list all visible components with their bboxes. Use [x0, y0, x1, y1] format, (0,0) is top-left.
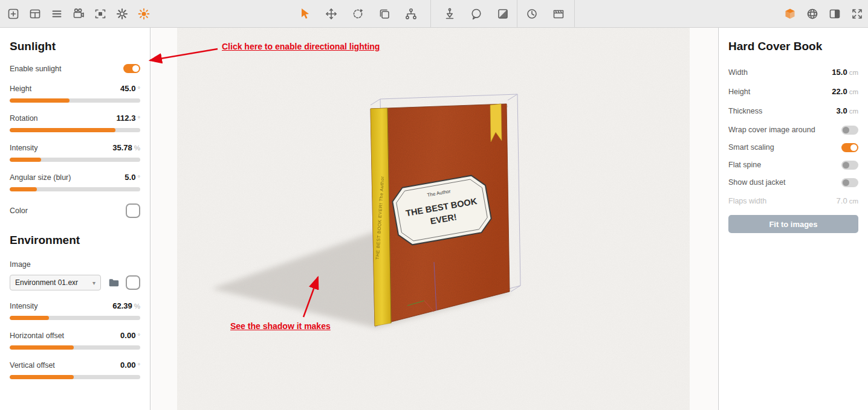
slider-fill	[10, 98, 70, 103]
height-label: Height	[10, 85, 31, 93]
focus-icon	[94, 7, 107, 21]
vertical-offset-slider[interactable]	[10, 375, 140, 379]
folder-icon	[108, 277, 120, 289]
settings-button[interactable]	[111, 0, 133, 27]
toolbar-right-group	[779, 0, 868, 27]
angular-size-param: Angular size (blur) 5.0°	[10, 173, 140, 191]
duplicate-tool-button[interactable]	[371, 0, 398, 27]
environment-image-label: Image	[10, 260, 140, 269]
fullscreen-icon	[850, 7, 864, 21]
book-panel-title: Hard Cover Book	[728, 40, 858, 53]
fit-to-images-button[interactable]: Fit to images	[728, 215, 858, 233]
book-height-value: 22.0	[832, 87, 847, 96]
horizontal-offset-unit: °	[137, 332, 140, 339]
rotate-tool-button[interactable]	[345, 0, 371, 27]
thickness-row: Thickness 3.0cm	[728, 106, 858, 115]
scene-list-button[interactable]	[46, 0, 68, 27]
viewport-canvas[interactable]: THE BEST BOOK EVER! The Author The Autho…	[151, 28, 717, 410]
scene-list-icon	[50, 7, 63, 21]
height-slider[interactable]	[10, 98, 140, 103]
enable-lighting-annotation: Click here to enable directional lightin…	[222, 42, 380, 51]
sunlight-panel-button[interactable]	[133, 0, 155, 27]
toolbar-separator	[517, 0, 517, 27]
slider-fill	[10, 158, 41, 162]
slider-fill	[10, 375, 74, 379]
wrap-cover-label: Wrap cover image around	[728, 126, 815, 134]
add-object-button[interactable]	[2, 0, 24, 27]
slider-fill	[10, 128, 115, 132]
angular-size-value: 5.0	[125, 173, 135, 182]
camera-button[interactable]	[68, 0, 89, 27]
env-intensity-param: Intensity 62.39%	[10, 301, 140, 320]
rotation-label: Rotation	[10, 114, 38, 123]
toolbar	[0, 0, 868, 28]
flaps-width-row: Flaps width 7.0cm	[728, 196, 858, 205]
book-height-label: Height	[728, 88, 750, 96]
horizontal-offset-label: Horizontal offset	[10, 332, 64, 340]
split-view-button[interactable]	[823, 0, 846, 27]
height-unit: °	[137, 85, 140, 92]
rotation-unit: °	[137, 115, 140, 122]
dust-jacket-toggle[interactable]	[841, 178, 858, 187]
smart-scaling-row: Smart scaling	[728, 143, 858, 152]
sun-intensity-slider[interactable]	[10, 158, 140, 162]
toolbar-tools-group	[291, 0, 424, 27]
materials-button[interactable]	[490, 0, 516, 27]
vertical-offset-param: Vertical offset 0.00°	[10, 360, 140, 379]
focus-button[interactable]	[89, 0, 111, 27]
flaps-width-label: Flaps width	[728, 197, 766, 205]
materials-icon	[496, 7, 510, 21]
flat-spine-toggle[interactable]	[841, 161, 858, 170]
thickness-value: 3.0	[837, 106, 847, 115]
sunlight-title: Sunlight	[10, 40, 140, 53]
enable-sunlight-row: Enable sunlight	[10, 64, 140, 73]
env-intensity-slider[interactable]	[10, 316, 140, 320]
animation-button[interactable]	[545, 0, 572, 27]
add-icon	[7, 7, 20, 21]
physics-button[interactable]	[436, 0, 463, 27]
layout-button[interactable]	[24, 0, 46, 27]
snapshot-button[interactable]	[519, 0, 545, 27]
width-label: Width	[728, 68, 748, 77]
height-value: 45.0	[120, 84, 135, 93]
environment-sphere-icon	[806, 7, 819, 21]
angular-size-label: Angular size (blur)	[10, 173, 71, 182]
move-tool-button[interactable]	[318, 0, 345, 27]
sunlight-panel: Sunlight Enable sunlight Height 45.0° Ro…	[0, 28, 151, 410]
smart-scaling-toggle[interactable]	[841, 143, 858, 152]
split-view-icon	[828, 7, 841, 21]
settings-gear-icon	[115, 7, 129, 21]
environment-color-swatch[interactable]	[126, 275, 140, 290]
slider-fill	[10, 345, 74, 350]
enable-sunlight-toggle[interactable]	[123, 64, 140, 73]
rotation-slider[interactable]	[10, 128, 140, 132]
sun-intensity-value: 35.78	[112, 143, 132, 152]
sun-color-swatch[interactable]	[126, 203, 140, 218]
shadow-annotation: See the shadow it makes	[230, 321, 331, 331]
browse-environment-button[interactable]	[105, 275, 121, 290]
height-row: Height 22.0cm	[728, 87, 858, 96]
fullscreen-button[interactable]	[846, 0, 868, 27]
angular-size-slider[interactable]	[10, 187, 140, 191]
environment-image-value: Environment 01.exr	[15, 278, 78, 287]
flat-spine-label: Flat spine	[728, 161, 761, 169]
hierarchy-tool-button[interactable]	[398, 0, 424, 27]
shapes-panel-button[interactable]	[779, 0, 801, 27]
environment-panel-button[interactable]	[801, 0, 823, 27]
environment-image-row: Environment 01.exr ▾	[10, 275, 140, 290]
hierarchy-icon	[404, 7, 418, 21]
toggle-knob	[843, 162, 849, 168]
env-intensity-label: Intensity	[10, 302, 38, 310]
physics-gravity-icon	[443, 7, 456, 21]
sun-color-row: Color	[10, 203, 140, 218]
horizontal-offset-slider[interactable]	[10, 345, 140, 350]
wrap-cover-toggle[interactable]	[841, 126, 858, 135]
shapes-box-icon	[783, 7, 797, 21]
comment-button[interactable]	[463, 0, 490, 27]
sun-intensity-unit: %	[134, 144, 140, 152]
select-tool-button[interactable]	[291, 0, 318, 27]
environment-image-select[interactable]: Environment 01.exr ▾	[10, 275, 101, 290]
move-icon	[325, 7, 338, 21]
book-properties-panel: Hard Cover Book Width 15.0cm Height 22.0…	[718, 28, 868, 410]
comment-icon	[470, 7, 483, 21]
